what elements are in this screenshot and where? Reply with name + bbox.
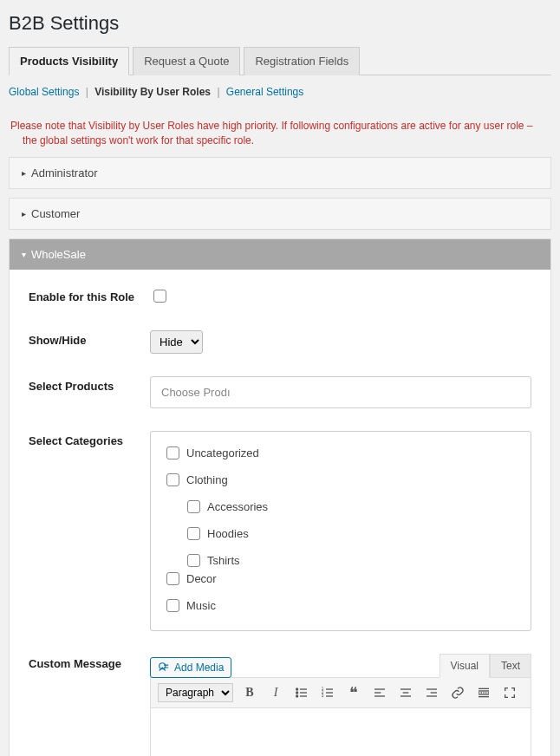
enable-role-checkbox[interactable] [153,290,166,303]
category-item: Decor [163,570,518,588]
editor-tab-visual[interactable]: Visual [440,654,490,678]
align-center-button[interactable] [396,683,415,702]
category-item: Hoodies [184,525,518,543]
category-label: Tshirts [207,554,240,567]
category-checkbox-uncategorized[interactable] [166,446,179,459]
main-tabs: Products Visibility Request a Quote Regi… [9,47,551,75]
accordion-head-wholesale[interactable]: ▾ WholeSale [10,239,550,270]
category-checkbox-accessories[interactable] [187,500,200,513]
chevron-right-icon: ▸ [22,168,26,178]
category-label: Accessories [207,500,268,513]
crumb-visibility-by-user-roles: Visibility By User Roles [94,86,211,98]
add-media-button[interactable]: Add Media [150,657,231,678]
link-button[interactable] [448,683,467,702]
bulleted-list-button[interactable] [292,683,311,702]
svg-point-1 [296,688,298,690]
crumb-general-settings[interactable]: General Settings [226,86,303,98]
blockquote-button[interactable]: ❝ [344,683,363,702]
chevron-right-icon: ▸ [22,209,26,218]
category-checkbox-music[interactable] [166,599,179,612]
accordion-head-administrator[interactable]: ▸ Administrator [10,158,550,188]
editor-content[interactable] [150,708,531,756]
select-categories-label: Select Categories [29,431,150,447]
svg-text:3: 3 [322,694,324,698]
numbered-list-button[interactable]: 123 [318,683,337,702]
accordion-customer: ▸ Customer [9,198,551,230]
media-icon [158,662,170,674]
crumb-separator: | [217,86,219,98]
editor-toolbar: Paragraph B I 123 ❝ [150,677,531,708]
category-label: Hoodies [207,527,249,540]
custom-message-label: Custom Message [29,654,150,670]
accordion-title: Customer [31,207,80,220]
read-more-button[interactable] [474,683,493,702]
breadcrumb: Global Settings | Visibility By User Rol… [9,86,551,98]
chevron-down-icon: ▾ [22,250,26,259]
category-label: Clothing [186,473,228,486]
category-item: Accessories [184,498,518,516]
accordion-title: WholeSale [31,248,86,261]
priority-notice: Please note that Visibility by User Role… [9,119,551,148]
crumb-separator: | [86,86,88,98]
category-label: Uncategorized [186,446,259,459]
page-title: B2B Settings [9,12,551,35]
category-item: Tshirts [184,551,518,570]
select-products-label: Select Products [29,376,150,393]
accordion-body-wholesale: Enable for this Role Show/Hide Hide Sele… [10,270,550,756]
showhide-select[interactable]: Hide [150,330,203,354]
notice-line2: the global settings won't work for that … [23,134,551,148]
category-label: Music [186,599,216,612]
category-item: Clothing [163,471,518,489]
add-media-label: Add Media [174,662,224,674]
accordion-head-customer[interactable]: ▸ Customer [10,199,550,229]
format-select[interactable]: Paragraph [158,683,233,702]
tab-request-quote[interactable]: Request a Quote [133,47,240,75]
svg-point-3 [296,695,298,697]
fullscreen-button[interactable] [500,683,519,702]
showhide-label: Show/Hide [29,330,150,347]
category-checkbox-clothing[interactable] [166,473,179,486]
categories-box: Uncategorized Clothing Accessories [150,431,531,631]
crumb-global-settings[interactable]: Global Settings [9,86,79,98]
accordion-title: Administrator [31,166,98,179]
category-checkbox-decor[interactable] [166,572,179,585]
align-right-button[interactable] [422,683,441,702]
accordion-administrator: ▸ Administrator [9,157,551,189]
category-item: Uncategorized [163,444,518,462]
category-label: Decor [186,572,217,585]
tab-registration-fields[interactable]: Registration Fields [244,47,360,75]
bold-button[interactable]: B [240,683,259,702]
notice-line1: Please note that Visibility by User Role… [10,120,533,132]
category-item: Music [163,596,518,615]
enable-role-label: Enable for this Role [29,287,150,303]
tab-products-visibility[interactable]: Products Visibility [9,47,129,75]
svg-point-2 [296,692,298,694]
select-products-input[interactable]: Choose Prodı [150,376,531,408]
italic-button[interactable]: I [266,683,285,702]
align-left-button[interactable] [370,683,389,702]
editor-tab-text[interactable]: Text [490,654,531,678]
category-checkbox-tshirts[interactable] [187,554,200,567]
category-checkbox-hoodies[interactable] [187,527,200,540]
accordion-wholesale: ▾ WholeSale Enable for this Role Show/Hi… [9,238,551,756]
